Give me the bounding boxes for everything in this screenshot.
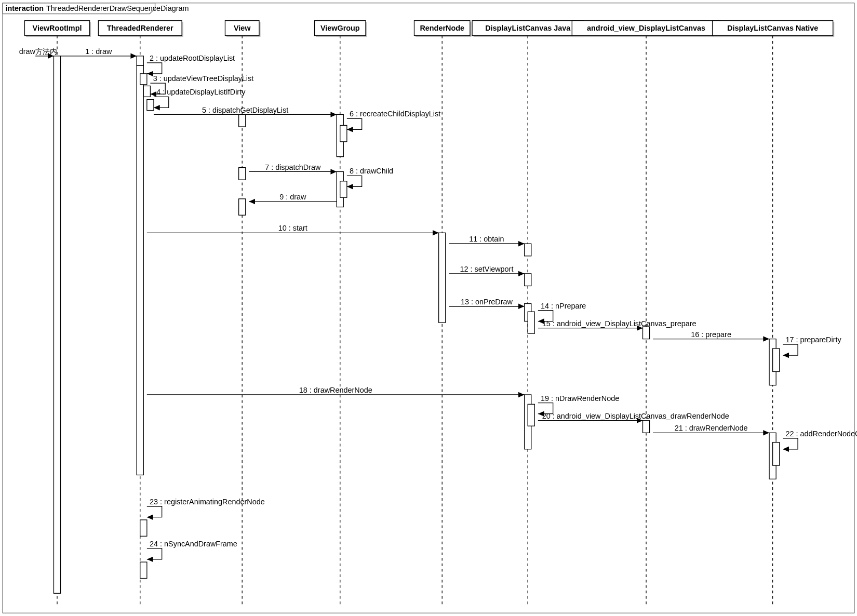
svg-rect-31 [140, 520, 147, 536]
svg-text:13 : onPreDraw: 13 : onPreDraw [461, 298, 513, 306]
msg-21: 21 : drawRenderNode [653, 424, 769, 433]
msg-9: 9 : draw [249, 193, 337, 202]
svg-rect-32 [140, 562, 147, 578]
msg-24: 24 : nSyncAndDrawFrame [147, 540, 237, 559]
msg-6: 6 : recreateChildDisplayList [347, 110, 440, 129]
msg-14: 14 : nPrepare [538, 302, 586, 322]
msg-15: 15 : android_view_DisplayListCanvas_prep… [538, 319, 697, 328]
svg-rect-47 [643, 327, 650, 339]
msg-12: 12 : setViewport [449, 265, 524, 274]
svg-text:7 : dispatchDraw: 7 : dispatchDraw [265, 163, 321, 171]
msg-20: 20 : android_view_DisplayListCanvas_draw… [538, 412, 729, 421]
svg-rect-0 [3, 3, 854, 613]
svg-rect-39 [340, 181, 347, 197]
sequence-diagram: interaction ThreadedRendererDrawSequence… [0, 0, 857, 616]
msg-10: 10 : start [147, 224, 439, 233]
svg-rect-27 [137, 65, 143, 475]
msg-7: 7 : dispatchDraw [249, 163, 337, 172]
svg-text:View: View [234, 24, 251, 32]
svg-text:12 : setViewport: 12 : setViewport [460, 265, 513, 273]
svg-text:ViewRootImpl: ViewRootImpl [33, 24, 82, 32]
svg-text:DisplayListCanvas Native: DisplayListCanvas Native [727, 24, 818, 32]
frame-keyword: interaction [5, 4, 44, 12]
msg-8: 8 : drawChild [347, 167, 393, 186]
svg-rect-25 [53, 56, 60, 594]
msg-4: 4 : updateDisplayListIfDirty [154, 88, 246, 108]
svg-text:20 : android_view_DisplayListC: 20 : android_view_DisplayListCanvas_draw… [542, 412, 729, 420]
svg-text:8 : drawChild: 8 : drawChild [350, 167, 393, 175]
svg-text:RenderNode: RenderNode [420, 24, 464, 32]
messages: draw方法内1 : draw2 : updateRootDisplayList… [19, 47, 857, 559]
svg-text:9 : draw: 9 : draw [279, 193, 306, 201]
svg-rect-41 [525, 244, 531, 256]
svg-rect-35 [239, 199, 246, 215]
msg-19: 19 : nDrawRenderNode [538, 394, 619, 414]
msg-13: 13 : onPreDraw [449, 298, 524, 306]
svg-text:ThreadedRenderer: ThreadedRenderer [107, 24, 173, 32]
msg-17: 17 : prepareDirty [783, 336, 841, 355]
svg-rect-44 [528, 312, 534, 333]
svg-rect-34 [239, 168, 246, 180]
svg-text:1 : draw: 1 : draw [85, 47, 112, 56]
msg-16: 16 : prepare [653, 330, 769, 339]
msg-22: 22 : addRenderNodeOp [783, 430, 857, 449]
svg-text:11 : obtain: 11 : obtain [469, 235, 504, 243]
svg-rect-52 [773, 443, 780, 466]
svg-text:android_view_DisplayListCanvas: android_view_DisplayListCanvas [587, 24, 705, 32]
svg-rect-42 [525, 274, 531, 286]
svg-text:15 : android_view_DisplayListC: 15 : android_view_DisplayListCanvas_prep… [542, 319, 697, 328]
svg-rect-40 [439, 233, 446, 323]
svg-rect-37 [340, 125, 347, 141]
svg-text:5 : dispatchGetDisplayList: 5 : dispatchGetDisplayList [202, 106, 288, 114]
msg-5: 5 : dispatchGetDisplayList [154, 106, 337, 115]
svg-text:22 : addRenderNodeOp: 22 : addRenderNodeOp [786, 430, 858, 438]
svg-text:14 : nPrepare: 14 : nPrepare [541, 302, 586, 310]
svg-text:21 : drawRenderNode: 21 : drawRenderNode [675, 424, 748, 432]
frame-name: ThreadedRendererDrawSequenceDiagram [46, 4, 189, 12]
svg-text:2 : updateRootDisplayList: 2 : updateRootDisplayList [150, 54, 235, 62]
svg-rect-46 [528, 404, 534, 426]
svg-text:draw方法内: draw方法内 [19, 47, 57, 56]
svg-text:16 : prepare: 16 : prepare [691, 330, 731, 339]
svg-rect-48 [643, 421, 650, 433]
svg-rect-28 [140, 74, 147, 85]
msg-2: 2 : updateRootDisplayList [147, 54, 235, 74]
svg-text:10 : start: 10 : start [278, 224, 307, 232]
svg-text:3 : updateViewTreeDisplayList: 3 : updateViewTreeDisplayList [153, 74, 254, 83]
svg-text:18 : drawRenderNode: 18 : drawRenderNode [299, 386, 372, 394]
svg-rect-33 [239, 114, 246, 127]
msg-23: 23 : registerAnimatingRenderNode [147, 498, 265, 517]
svg-text:DisplayListCanvas Java: DisplayListCanvas Java [485, 24, 571, 32]
svg-text:6 : recreateChildDisplayList: 6 : recreateChildDisplayList [350, 110, 440, 118]
msg-11: 11 : obtain [449, 235, 524, 244]
svg-text:4 : updateDisplayListIfDirty: 4 : updateDisplayListIfDirty [156, 88, 246, 96]
svg-rect-29 [143, 86, 150, 97]
svg-text:24 : nSyncAndDrawFrame: 24 : nSyncAndDrawFrame [150, 540, 237, 548]
svg-text:17 : prepareDirty: 17 : prepareDirty [786, 336, 842, 344]
msg-1: 1 : draw [61, 47, 137, 56]
svg-rect-26 [137, 56, 143, 65]
svg-text:ViewGroup: ViewGroup [320, 24, 360, 32]
svg-rect-30 [147, 100, 154, 111]
svg-text:23 : registerAnimatingRenderNo: 23 : registerAnimatingRenderNode [150, 498, 265, 506]
svg-rect-50 [773, 349, 780, 372]
svg-text:19 : nDrawRenderNode: 19 : nDrawRenderNode [541, 394, 619, 403]
msg-18: 18 : drawRenderNode [147, 386, 525, 395]
